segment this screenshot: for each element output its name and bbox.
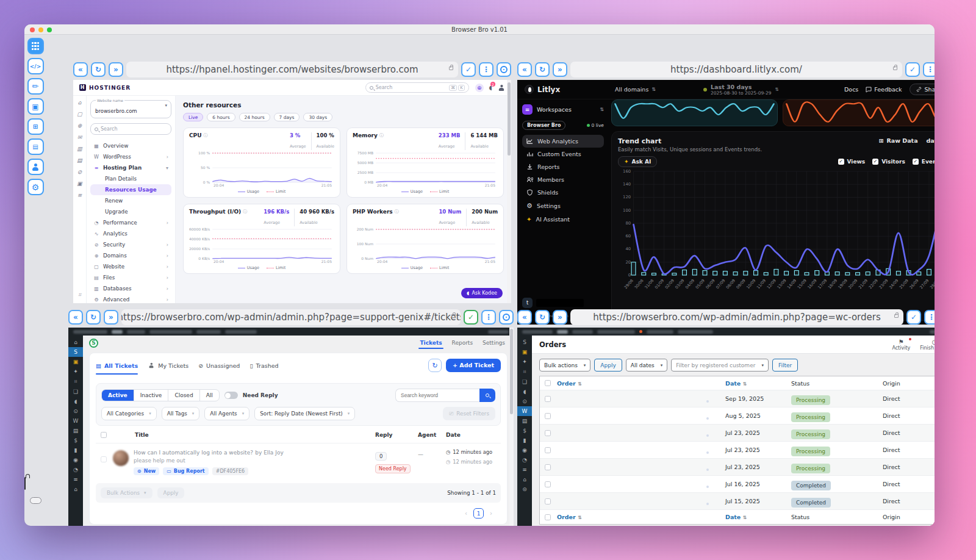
notifications-icon[interactable]: ◖2 (489, 84, 492, 91)
row-checkbox[interactable] (545, 430, 551, 436)
record-button[interactable] (499, 310, 514, 325)
tag-new[interactable]: ⊙New (134, 467, 159, 475)
url-bar[interactable]: https://dashboard.litlyx.com/ (570, 62, 902, 77)
global-search-input[interactable]: Search ⌘K (365, 82, 469, 93)
info-icon[interactable]: ⓘ (395, 209, 399, 215)
agents-select[interactable]: All Agents▾ (204, 407, 249, 420)
sidebar-item-custom-events[interactable]: Custom Events (522, 148, 604, 160)
home-icon[interactable]: ⌂ (78, 99, 82, 106)
refresh-tickets-button[interactable]: ↻ (428, 359, 442, 372)
refresh-button[interactable]: ↻ (91, 62, 106, 77)
settings-gear-icon[interactable]: ⚙ (27, 179, 44, 195)
emails-icon[interactable]: ✉ (77, 134, 82, 140)
order-row[interactable]: Jul 15, 2025 Completed Direct (540, 493, 935, 510)
sidebar-item-security[interactable]: ⊘Security› (90, 239, 171, 250)
back-button[interactable]: « (68, 310, 83, 325)
feedback-icon[interactable]: ⊙ (68, 406, 83, 416)
sidebar-item-performance[interactable]: ◔Performance› (90, 217, 171, 228)
sidebar-item-analytics[interactable]: ∿Analytics (90, 228, 171, 239)
browser-bot-icon[interactable]: ▤ (27, 138, 44, 155)
sidebar-item-reports[interactable]: Reports (522, 160, 604, 173)
tags-select[interactable]: All Tags▾ (162, 407, 200, 420)
next-page-button[interactable]: › (490, 510, 492, 517)
forward-button[interactable]: » (553, 62, 567, 77)
forward-button[interactable]: » (104, 310, 118, 325)
url-bar[interactable]: https://browserbro.com/wp-admin/admin.ph… (570, 309, 903, 325)
more-options-button[interactable]: ⋮ (481, 310, 496, 325)
support-genix-icon[interactable]: S (68, 347, 83, 357)
billing-icon[interactable]: ▤ (77, 157, 82, 163)
workspace-selector[interactable]: ≡Workspaces⇅ (522, 104, 604, 115)
ticket-title[interactable]: How can I automatically log into a websi… (134, 450, 253, 456)
sidebar-item-members[interactable]: Members (522, 173, 604, 186)
order-row[interactable]: Jul 23, 2025 Processing Direct (540, 442, 935, 459)
website-selector[interactable]: Website name browserbro.com ▾ (90, 100, 171, 118)
comments-icon[interactable]: ◖ (68, 397, 83, 406)
approve-button[interactable]: ✓ (464, 310, 478, 325)
select-all-checkbox[interactable] (545, 380, 551, 386)
filter-closed[interactable]: Closed (168, 390, 199, 401)
scrollbar[interactable] (509, 328, 514, 526)
events-checkbox[interactable]: ✓Events (913, 159, 935, 165)
tab-my-tickets[interactable]: My Tickets (148, 362, 188, 369)
sort-by-date[interactable]: Date ⇅ (725, 380, 747, 387)
row-checkbox[interactable] (545, 498, 551, 504)
posts-icon[interactable]: ✦ (68, 367, 83, 376)
automation-window-icon[interactable]: ⊞ (27, 118, 44, 135)
sidebar-item-web-analytics[interactable]: Web Analytics (522, 135, 604, 148)
info-icon[interactable]: ⓘ (379, 132, 384, 138)
plugins-icon[interactable]: ≡ (68, 475, 83, 484)
translate-icon[interactable]: ⌗ (517, 367, 532, 377)
servers-icon[interactable]: ≡ (77, 192, 82, 198)
url-bar[interactable]: https://hpanel.hostinger.com/websites/br… (126, 62, 458, 77)
order-row[interactable]: Jul 23, 2025 Processing Direct (540, 459, 935, 476)
ask-ai-button[interactable]: ✦Ask AI (618, 156, 657, 167)
customer-filter-select[interactable]: Filter by registered customer▾ (671, 359, 769, 372)
raw-data-button[interactable]: ⊞Raw Data (879, 137, 918, 144)
pages-icon[interactable]: ❏ (517, 377, 532, 387)
sites-icon[interactable]: ▢ (77, 111, 82, 117)
pages-icon[interactable]: ❏ (68, 387, 83, 397)
tools-icon[interactable]: ⌂ (517, 475, 532, 484)
sidebar-search-input[interactable]: Search (90, 123, 171, 135)
row-checkbox[interactable] (545, 413, 551, 419)
more-options-button[interactable]: ⋮ (924, 310, 935, 325)
tab-trashed[interactable]: ▯Trashed (249, 362, 278, 369)
dock-toggle[interactable] (30, 497, 41, 504)
prev-page-button[interactable]: ‹ (465, 510, 467, 517)
language-globe-icon[interactable]: ⊕ (475, 84, 484, 92)
order-row[interactable]: Jul 23, 2025 Processing Direct (540, 425, 935, 442)
bulk-actions-select[interactable]: Bulk actions▾ (539, 359, 590, 372)
visits-mini-card[interactable] (611, 99, 778, 126)
tag-hash[interactable]: #DF405FE6 (212, 467, 248, 475)
sidebar-item-files[interactable]: ▤Files› (90, 272, 171, 283)
search-button[interactable] (479, 389, 495, 402)
marketplace-icon[interactable]: ▣ (77, 181, 82, 187)
appearance-icon[interactable]: ◔ (68, 465, 83, 475)
back-button[interactable]: « (73, 62, 88, 77)
feedback-link[interactable]: Feedback (866, 86, 902, 93)
sidebar-item-wordpress[interactable]: WWordPress› (90, 151, 171, 162)
row-checkbox[interactable] (545, 481, 551, 487)
sidebar-item-website[interactable]: ▢Website› (90, 261, 171, 272)
info-icon[interactable]: ⓘ (204, 132, 208, 138)
code-icon[interactable]: </> (27, 58, 44, 74)
comments-icon[interactable]: ◖ (517, 387, 532, 397)
more-options-button[interactable]: ⋮ (923, 62, 935, 77)
info-icon[interactable]: ⓘ (243, 209, 247, 215)
views-checkbox[interactable]: ✓Views (838, 159, 866, 165)
sidebar-item-resources-usage[interactable]: Resources Usage (90, 184, 171, 195)
visitors-checkbox[interactable]: ✓Visitors (872, 159, 905, 165)
sidebar-item-hosting-plan[interactable]: ≡Hosting Plan▾ (90, 162, 171, 173)
sort-by-order[interactable]: Order ⇅ (557, 514, 582, 520)
sidebar-item-upgrade[interactable]: Upgrade (90, 206, 171, 217)
nav-tab-tickets[interactable]: Tickets (420, 340, 442, 346)
filter-active[interactable]: Active (102, 390, 134, 401)
sidebar-item-shields[interactable]: Shields (522, 186, 604, 199)
profile-icon[interactable] (27, 159, 44, 175)
more-options-button[interactable]: ⋮ (479, 62, 493, 77)
woocommerce-icon[interactable]: W (68, 416, 83, 426)
select-all-checkbox[interactable] (545, 514, 551, 520)
sidebar-item-plan-details[interactable]: Plan Details (90, 173, 171, 184)
tab-all-tickets[interactable]: ▤All Tickets (96, 362, 138, 369)
